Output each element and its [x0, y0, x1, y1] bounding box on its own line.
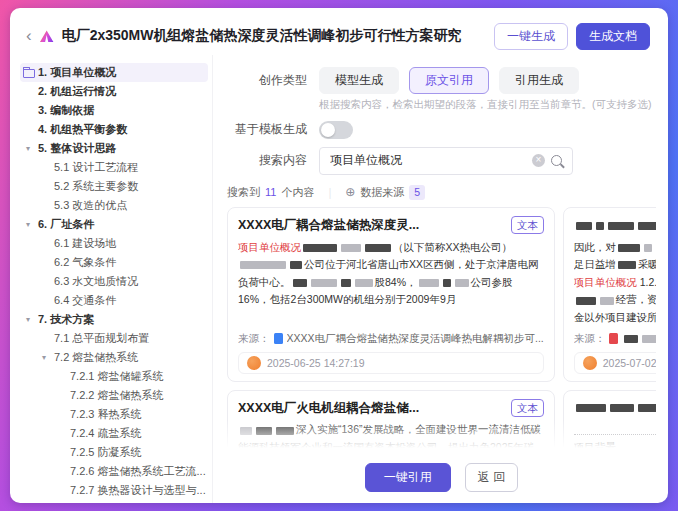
card-snippet: 因此，对组进行采暖供热改造，满足日益增采暖供热需求已十分紧迫。 1.2 投资方及… — [574, 239, 656, 327]
search-row: 搜索内容 × — [227, 147, 656, 175]
outline-item[interactable]: 7.2.2 熔盐储热系统 — [20, 386, 208, 405]
outline-item[interactable]: 5.3 改造的优点 — [20, 196, 208, 215]
search-input-box[interactable]: × — [319, 147, 573, 175]
outline-item[interactable]: 7.2.6 熔盐储热系统工艺流... — [20, 462, 208, 481]
back-chevron-icon[interactable]: ‹ — [26, 27, 32, 44]
outline-item[interactable]: 6.1 建设场地 — [20, 234, 208, 253]
template-toggle[interactable] — [319, 121, 353, 139]
source-filename[interactable]: 可研报告汇总230826.pdf — [622, 332, 656, 346]
outline-item[interactable]: 1. 项目单位概况 — [20, 63, 208, 82]
card-source-row: 来源：XXXX电厂耦合熔盐储热深度灵活调峰热电解耦初步可... — [238, 332, 544, 346]
outline-item-label: 5.3 改造的优点 — [54, 198, 127, 213]
outline-item-label: 7.2.7 换热器设计与选型与... — [70, 483, 206, 498]
result-card[interactable]: XXXX电厂火电机组耦合熔盐储...文本深入实施“136”发展战略，全面建设世界… — [227, 390, 555, 457]
card-title-row: XXXX电厂火电机组耦合熔盐储...文本 — [238, 399, 544, 418]
document-file-icon — [274, 333, 283, 344]
outline-item[interactable]: 7.2.1 熔盐储罐系统 — [20, 367, 208, 386]
collapse-caret-icon[interactable]: ▾ — [26, 315, 30, 324]
outline-item[interactable]: ▾7.2 熔盐储热系统 — [20, 348, 208, 367]
card-timestamp: 2025-06-25 14:27:19 — [267, 357, 365, 369]
results-meta-row: 搜索到 11 个内容 ｜ ⊕ 数据来源 5 — [227, 185, 656, 200]
result-card[interactable]: 可研报告汇...文本因此，对组进行采暖供热改造，满足日益增采暖供热需求已十分紧迫… — [563, 207, 656, 382]
search-icon[interactable] — [551, 155, 562, 166]
highlighted-keyword: 项目单位概况 — [574, 276, 637, 288]
result-card[interactable]: XXXX电厂耦合熔盐储热深度灵...文本项目单位概况（以下简称XX热电公司）公司… — [227, 207, 555, 382]
outline-item-label: 7.2.2 熔盐储热系统 — [70, 388, 164, 403]
redacted-block — [341, 279, 351, 287]
snippet-text: （以下简称XX热电公司） — [393, 241, 512, 253]
outline-item[interactable]: 6.4 交通条件 — [20, 291, 208, 310]
redacted-block — [608, 222, 634, 230]
outline-item[interactable]: 7.2.7 换热器设计与选型与... — [20, 481, 208, 500]
redacted-block — [443, 279, 451, 287]
redacted-block — [610, 404, 634, 412]
source-label: 来源： — [574, 332, 606, 346]
data-source-count-badge[interactable]: 5 — [409, 185, 425, 200]
outline-item-label: 5. 整体设计思路 — [38, 141, 116, 156]
search-label: 搜索内容 — [227, 152, 307, 169]
collapse-caret-icon[interactable]: ▾ — [42, 353, 46, 362]
redacted-block — [576, 222, 592, 230]
collapse-caret-icon[interactable]: ▾ — [26, 220, 30, 229]
outline-item-label: 7.2.5 防凝系统 — [70, 445, 142, 460]
outline-item[interactable]: 2. 机组运行情况 — [20, 82, 208, 101]
outline-item-label: 4. 机组热平衡参数 — [38, 122, 127, 137]
redacted-block — [618, 261, 636, 269]
found-suffix: 个内容 — [281, 185, 314, 200]
redacted-block — [455, 279, 469, 287]
outline-item-label: 1. 项目单位概况 — [38, 65, 116, 80]
outline-item[interactable]: 7.2.5 防凝系统 — [20, 443, 208, 462]
pdf-file-icon — [609, 333, 618, 344]
meta-divider: ｜ — [324, 185, 335, 200]
creation-type-option[interactable]: 模型生成 — [319, 67, 399, 94]
card-snippet: 项目单位概况（以下简称XX热电公司）公司位于河北省唐山市XX区西侧，处于京津唐电… — [238, 239, 544, 327]
outline-item-label: 2. 机组运行情况 — [38, 84, 116, 99]
outline-item[interactable]: 7.2.3 释热系统 — [20, 405, 208, 424]
outline-item-label: 6.4 交通条件 — [54, 293, 116, 308]
collapse-caret-icon[interactable]: ▾ — [26, 144, 30, 153]
redacted-block — [365, 244, 391, 252]
redacted-block — [240, 427, 252, 435]
outline-item[interactable]: 7.1 总平面规划布置 — [20, 329, 208, 348]
redacted-block — [290, 261, 302, 269]
snippet-text: XXXX电厂火电机组耦合熔盐储... — [238, 401, 419, 415]
outline-item-label: 6.3 水文地质情况 — [54, 274, 138, 289]
creation-type-row: 创作类型 模型生成原文引用引用生成 — [227, 67, 656, 94]
outline-item[interactable]: ▾7. 技术方案 — [20, 310, 208, 329]
creation-type-option[interactable]: 引用生成 — [499, 67, 579, 94]
outline-item[interactable]: 6.3 水文地质情况 — [20, 272, 208, 291]
outline-item[interactable]: 3. 编制依据 — [20, 101, 208, 120]
source-filename[interactable]: XXXX电厂耦合熔盐储热深度灵活调峰热电解耦初步可... — [287, 332, 544, 346]
redacted-block — [355, 279, 373, 287]
outline-item[interactable]: ▾5. 整体设计思路 — [20, 139, 208, 158]
card-footer: 2025-07-02 14:02:35 — [574, 352, 656, 374]
outline-item-label: 7.2.6 熔盐储热系统工艺流... — [70, 464, 206, 479]
redacted-block — [642, 335, 656, 343]
clear-icon[interactable]: × — [532, 154, 545, 167]
outline-item[interactable]: 4. 机组热平衡参数 — [20, 120, 208, 139]
redacted-block — [276, 427, 294, 435]
outline-item[interactable]: 5.1 设计工艺流程 — [20, 158, 208, 177]
redacted-block — [293, 279, 307, 287]
creation-type-option[interactable]: 原文引用 — [409, 67, 489, 94]
data-source-icon: ⊕ — [345, 185, 355, 199]
text-type-badge: 文本 — [511, 399, 544, 417]
search-input[interactable] — [328, 153, 526, 169]
redacted-block — [618, 244, 640, 252]
results-grid: XXXX电厂耦合熔盐储热深度灵...文本项目单位概况（以下简称XX热电公司）公司… — [227, 207, 656, 456]
generate-document-button[interactable]: 生成文档 — [576, 23, 650, 50]
card-snippet: 深入实施“136”发展战略，全面建设世界一流清洁低碳能源科技领军企业和一流国有资… — [238, 421, 544, 456]
outline-item-label: 7.2.4 疏盐系统 — [70, 426, 142, 441]
one-click-cite-button[interactable]: 一键引用 — [365, 463, 451, 492]
source-avatar-icon — [247, 356, 261, 370]
data-source-label[interactable]: 数据来源 — [360, 185, 404, 200]
creation-type-options: 模型生成原文引用引用生成 — [319, 67, 579, 94]
result-card[interactable]: 可研报告汇...文本 2 1.1项目背景 2 1.2 投资方及项目单位概况 3 … — [563, 390, 656, 457]
outline-item[interactable]: ▾6. 厂址条件 — [20, 215, 208, 234]
outline-item[interactable]: 5.2 系统主要参数 — [20, 177, 208, 196]
one-click-generate-button[interactable]: 一键生成 — [494, 23, 568, 50]
return-button[interactable]: 返 回 — [465, 463, 518, 492]
redacted-block — [600, 297, 614, 305]
outline-item[interactable]: 6.2 气象条件 — [20, 253, 208, 272]
outline-item[interactable]: 7.2.4 疏盐系统 — [20, 424, 208, 443]
